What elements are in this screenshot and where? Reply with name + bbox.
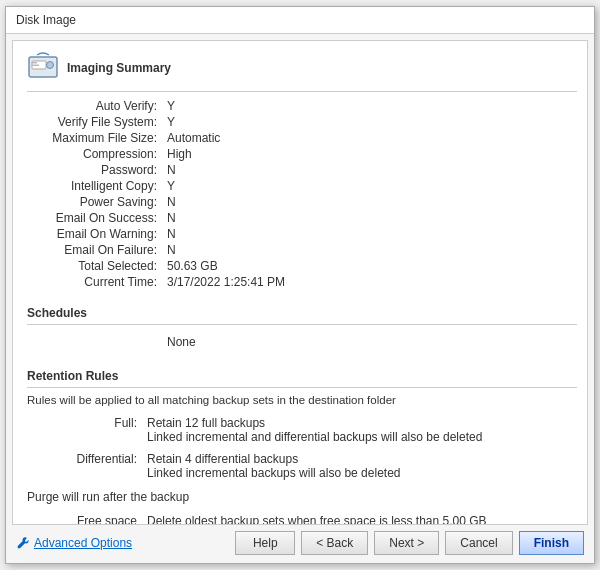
schedules-section: Schedules None: [27, 300, 577, 353]
compression-row: Compression: High: [27, 146, 577, 162]
intelligent-copy-label: Intelligent Copy:: [27, 179, 167, 193]
email-failure-row: Email On Failure: N: [27, 242, 577, 258]
auto-verify-label: Auto Verify:: [27, 99, 167, 113]
differential-label: Differential:: [27, 452, 147, 466]
differential-row: Differential: Retain 4 differential back…: [27, 450, 577, 482]
password-label: Password:: [27, 163, 167, 177]
verify-fs-row: Verify File System: Y: [27, 114, 577, 130]
password-value: N: [167, 163, 577, 177]
content-area: Imaging Summary Auto Verify: Y Verify Fi…: [6, 34, 594, 563]
purge-note-text: Purge will run after the backup: [27, 490, 189, 504]
title-bar: Disk Image: [6, 7, 594, 34]
max-file-size-value: Automatic: [167, 131, 577, 145]
email-failure-label: Email On Failure:: [27, 243, 167, 257]
schedules-title: Schedules: [27, 300, 577, 325]
full-row: Full: Retain 12 full backups Linked incr…: [27, 414, 577, 446]
free-space-row: Free space threshold: Delete oldest back…: [27, 512, 577, 525]
email-success-value: N: [167, 211, 577, 225]
scroll-content[interactable]: Imaging Summary Auto Verify: Y Verify Fi…: [12, 40, 588, 525]
differential-value: Retain 4 differential backups Linked inc…: [147, 452, 577, 480]
verify-fs-value: Y: [167, 115, 577, 129]
footer: Advanced Options Help < Back Next > Canc…: [6, 525, 594, 563]
cancel-button[interactable]: Cancel: [445, 531, 512, 555]
schedules-value: None: [27, 335, 196, 349]
power-saving-label: Power Saving:: [27, 195, 167, 209]
retention-description: Rules will be applied to all matching ba…: [27, 394, 577, 406]
intelligent-copy-value: Y: [167, 179, 577, 193]
full-line1: Retain 12 full backups: [147, 416, 265, 430]
next-button[interactable]: Next >: [374, 531, 439, 555]
current-time-row: Current Time: 3/17/2022 1:25:41 PM: [27, 274, 577, 290]
help-button[interactable]: Help: [235, 531, 295, 555]
current-time-value: 3/17/2022 1:25:41 PM: [167, 275, 577, 289]
differential-line1: Retain 4 differential backups: [147, 452, 298, 466]
svg-rect-3: [32, 62, 37, 64]
intelligent-copy-row: Intelligent Copy: Y: [27, 178, 577, 194]
svg-point-2: [47, 62, 54, 69]
full-label: Full:: [27, 416, 147, 430]
purge-note: Purge will run after the backup: [27, 490, 577, 504]
back-button[interactable]: < Back: [301, 531, 368, 555]
retention-rules-section: Retention Rules Rules will be applied to…: [27, 363, 577, 525]
schedules-content: None: [27, 331, 577, 353]
auto-verify-value: Y: [167, 99, 577, 113]
auto-verify-row: Auto Verify: Y: [27, 98, 577, 114]
email-failure-value: N: [167, 243, 577, 257]
max-file-size-row: Maximum File Size: Automatic: [27, 130, 577, 146]
disk-icon: [27, 51, 59, 83]
imaging-summary-section: Imaging Summary Auto Verify: Y Verify Fi…: [27, 51, 577, 290]
dialog-title: Disk Image: [16, 13, 76, 27]
imaging-fields: Auto Verify: Y Verify File System: Y Max…: [27, 98, 577, 290]
compression-value: High: [167, 147, 577, 161]
dialog: Disk Image Imaging Summary: [5, 6, 595, 564]
svg-rect-4: [32, 65, 39, 67]
full-line2: Linked incremental and differential back…: [147, 430, 482, 444]
differential-line2: Linked incremental backups will also be …: [147, 466, 400, 480]
wrench-icon: [16, 536, 30, 550]
free-space-label: Free space threshold:: [27, 514, 147, 525]
total-selected-row: Total Selected: 50.63 GB: [27, 258, 577, 274]
total-selected-value: 50.63 GB: [167, 259, 577, 273]
email-warning-value: N: [167, 227, 577, 241]
email-success-label: Email On Success:: [27, 211, 167, 225]
advanced-options-label: Advanced Options: [34, 536, 132, 550]
email-success-row: Email On Success: N: [27, 210, 577, 226]
imaging-summary-title: Imaging Summary: [67, 55, 171, 79]
full-value: Retain 12 full backups Linked incrementa…: [147, 416, 577, 444]
retention-rules-title: Retention Rules: [27, 363, 577, 388]
verify-fs-label: Verify File System:: [27, 115, 167, 129]
advanced-options-link[interactable]: Advanced Options: [16, 536, 235, 550]
email-warning-row: Email On Warning: N: [27, 226, 577, 242]
power-saving-row: Power Saving: N: [27, 194, 577, 210]
compression-label: Compression:: [27, 147, 167, 161]
button-group: Help < Back Next > Cancel Finish: [235, 531, 584, 555]
max-file-size-label: Maximum File Size:: [27, 131, 167, 145]
password-row: Password: N: [27, 162, 577, 178]
finish-button[interactable]: Finish: [519, 531, 584, 555]
imaging-summary-header-row: Imaging Summary: [27, 51, 577, 83]
current-time-label: Current Time:: [27, 275, 167, 289]
power-saving-value: N: [167, 195, 577, 209]
email-warning-label: Email On Warning:: [27, 227, 167, 241]
free-space-value: Delete oldest backup sets when free spac…: [147, 514, 577, 525]
total-selected-label: Total Selected:: [27, 259, 167, 273]
